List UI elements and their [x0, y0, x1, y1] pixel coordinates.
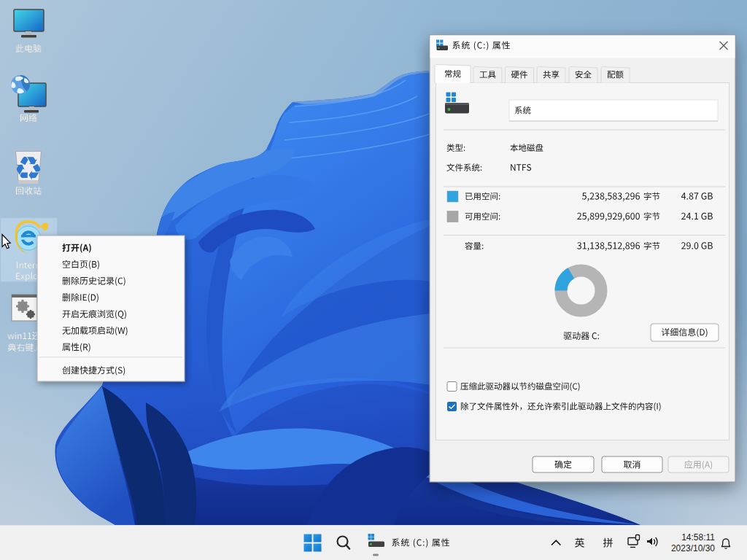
svg-text:2023/10/30: 2023/10/30: [671, 543, 715, 553]
svg-text:14:58:11: 14:58:11: [681, 532, 715, 542]
